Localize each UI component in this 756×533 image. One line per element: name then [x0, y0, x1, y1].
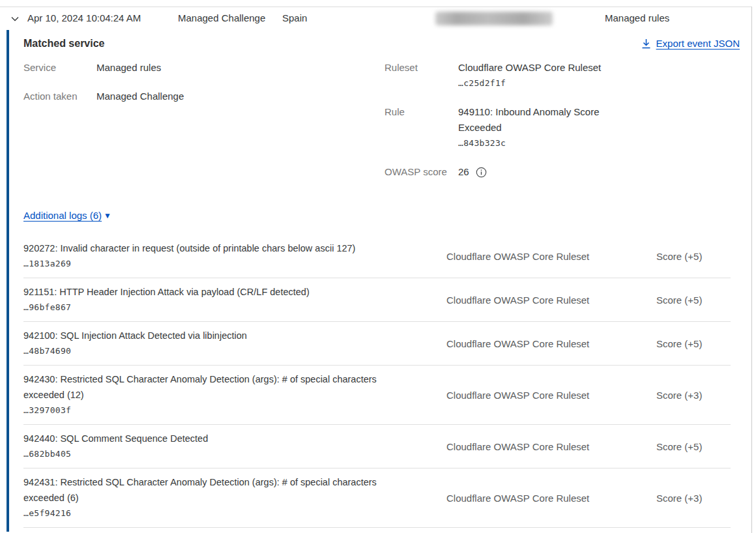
log-row: 920272: Invalid character in request (ou… — [23, 235, 731, 278]
log-rule-description: 942430: Restricted SQL Character Anomaly… — [23, 371, 414, 403]
owasp-score-field: OWASP score 26 — [385, 164, 740, 180]
action-taken-value: Managed Challenge — [96, 89, 385, 104]
log-row: 942431: Restricted SQL Character Anomaly… — [23, 468, 731, 528]
log-score-cell: Score (+3) — [656, 493, 731, 504]
log-rule-hash: …e5f94216 — [23, 506, 414, 521]
rule-field: Rule 949110: Inbound Anomaly Score Excee… — [385, 104, 740, 151]
log-ruleset-cell: Cloudflare OWASP Core Ruleset — [446, 295, 656, 306]
rule-value: 949110: Inbound Anomaly Score Exceeded …… — [458, 104, 612, 151]
ruleset-name: Cloudflare OWASP Core Ruleset — [458, 60, 612, 76]
panel-title: Matched service — [23, 38, 105, 50]
log-rule-cell: 942431: Restricted SQL Character Anomaly… — [23, 474, 414, 521]
log-ruleset-cell: Cloudflare OWASP Core Ruleset — [446, 441, 656, 452]
rule-id-hash: …843b323c — [458, 136, 612, 151]
service-field: Service Managed rules — [23, 60, 385, 76]
log-rule-description: 942100: SQL Injection Attack Detected vi… — [23, 328, 414, 343]
log-score-cell: Score (+5) — [656, 338, 731, 349]
rule-label: Rule — [385, 104, 458, 151]
export-link-label: Export event JSON — [656, 38, 740, 49]
log-rule-description: 942431: Restricted SQL Character Anomaly… — [23, 474, 414, 506]
log-rule-hash: …682bb405 — [23, 446, 414, 462]
rule-name: 949110: Inbound Anomaly Score Exceeded — [458, 104, 612, 136]
log-score-cell: Score (+5) — [656, 441, 731, 452]
log-rule-description: 942440: SQL Comment Sequence Detected — [23, 431, 414, 446]
log-score-cell: Score (+3) — [656, 390, 731, 401]
log-score-cell: Score (+5) — [656, 251, 731, 262]
log-rule-cell: 920272: Invalid character in request (ou… — [23, 240, 414, 272]
log-row: 942430: Restricted SQL Character Anomaly… — [23, 366, 731, 425]
additional-logs-table: 920272: Invalid character in request (ou… — [23, 235, 731, 528]
matched-service-panel: Matched service Export event JSON Servic… — [7, 30, 751, 532]
chevron-down-icon[interactable] — [8, 13, 22, 26]
log-ruleset-cell: Cloudflare OWASP Core Ruleset — [446, 390, 656, 401]
log-ruleset-cell: Cloudflare OWASP Core Ruleset — [446, 338, 656, 349]
caret-down-icon: ▼ — [104, 212, 111, 220]
log-rule-cell: 942440: SQL Comment Sequence Detected …6… — [23, 431, 414, 462]
event-service: Managed rules — [605, 12, 669, 23]
service-value: Managed rules — [96, 60, 385, 76]
log-ruleset-cell: Cloudflare OWASP Core Ruleset — [446, 493, 656, 504]
matched-service-fields: Service Managed rules Action taken Manag… — [23, 60, 740, 193]
owasp-score-value-wrap: 26 — [458, 164, 612, 180]
redacted-host-value — [435, 12, 553, 25]
ruleset-field: Ruleset Cloudflare OWASP Core Ruleset …c… — [385, 60, 740, 91]
log-score-cell: Score (+5) — [656, 295, 731, 306]
ruleset-label: Ruleset — [385, 60, 458, 91]
chevron-down-icon — [10, 14, 20, 24]
log-rule-cell: 921151: HTTP Header Injection Attack via… — [23, 284, 414, 315]
event-log-detail-view: Apr 10, 2024 10:04:24 AM Managed Challen… — [0, 0, 756, 533]
action-taken-field: Action taken Managed Challenge — [23, 89, 385, 104]
log-row: 942100: SQL Injection Attack Detected vi… — [23, 322, 731, 366]
owasp-score-label: OWASP score — [385, 164, 458, 180]
log-ruleset-cell: Cloudflare OWASP Core Ruleset — [446, 251, 656, 262]
log-rule-description: 920272: Invalid character in request (ou… — [23, 240, 414, 256]
event-country: Spain — [282, 12, 307, 23]
action-taken-label: Action taken — [23, 89, 96, 104]
ruleset-value: Cloudflare OWASP Core Ruleset …c25d2f1f — [458, 60, 612, 91]
log-rule-cell: 942430: Restricted SQL Character Anomaly… — [23, 371, 414, 418]
info-circle-icon[interactable] — [476, 167, 487, 178]
fields-right-column: Ruleset Cloudflare OWASP Core Ruleset …c… — [385, 60, 740, 193]
additional-logs-label: Additional logs (6) — [23, 210, 102, 221]
event-table-frame: Apr 10, 2024 10:04:24 AM Managed Challen… — [0, 7, 752, 533]
log-rule-hash: …1813a269 — [23, 256, 414, 272]
export-event-json-link[interactable]: Export event JSON — [641, 38, 740, 49]
log-row: 921151: HTTP Header Injection Attack via… — [23, 278, 731, 322]
event-timestamp: Apr 10, 2024 10:04:24 AM — [27, 12, 141, 23]
additional-logs-toggle[interactable]: Additional logs (6) ▼ — [23, 210, 111, 221]
fields-left-column: Service Managed rules Action taken Manag… — [23, 60, 385, 193]
log-rule-hash: …96bfe867 — [23, 300, 414, 315]
log-rule-description: 921151: HTTP Header Injection Attack via… — [23, 284, 414, 300]
ruleset-id-hash: …c25d2f1f — [458, 76, 612, 91]
log-rule-hash: …3297003f — [23, 403, 414, 418]
info-circle-icon — [476, 167, 487, 178]
log-rule-cell: 942100: SQL Injection Attack Detected vi… — [23, 328, 414, 359]
event-summary-row: Apr 10, 2024 10:04:24 AM Managed Challen… — [0, 7, 751, 30]
panel-header: Matched service Export event JSON — [23, 38, 740, 50]
log-rule-hash: …48b74690 — [23, 343, 414, 359]
owasp-score-value: 26 — [458, 164, 469, 180]
service-label: Service — [23, 60, 96, 76]
event-action: Managed Challenge — [178, 12, 265, 23]
download-icon — [641, 38, 651, 49]
log-row: 942440: SQL Comment Sequence Detected …6… — [23, 425, 731, 468]
